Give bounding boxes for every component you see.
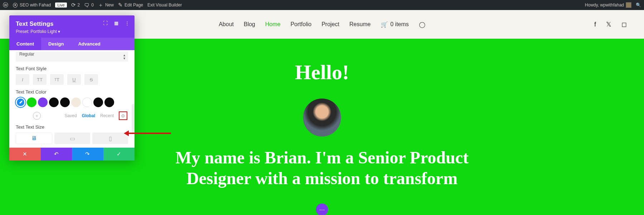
label-text-color: Text Text Color xyxy=(16,89,128,95)
strikethrough-button[interactable]: S xyxy=(84,74,98,85)
label-font-style: Text Font Style xyxy=(16,66,128,71)
instagram-icon[interactable]: ◻ xyxy=(621,20,627,28)
nav-resume[interactable]: Resume xyxy=(349,21,371,28)
nav-portfolio[interactable]: Portfolio xyxy=(291,21,312,28)
swatch-5[interactable] xyxy=(71,97,81,107)
nav-search-icon[interactable]: ◯ xyxy=(419,21,425,28)
tab-design[interactable]: Design xyxy=(41,38,71,50)
swatch-3[interactable] xyxy=(49,97,59,107)
main-nav: About Blog Home Portfolio Project Resume… xyxy=(219,21,425,28)
redo-icon: ↷ xyxy=(85,151,90,157)
annotation-arrow xyxy=(128,133,171,134)
edit-page-link[interactable]: ✎Edit Page xyxy=(118,2,143,8)
panel-footer: ✕ ↶ ↷ ✓ xyxy=(9,148,135,161)
panel-tabs: Content Design Advanced xyxy=(9,38,135,50)
font-weight-select[interactable]: Regular▴▾ xyxy=(16,52,128,62)
underline-button[interactable]: U xyxy=(67,74,81,85)
device-phone[interactable]: ▯ xyxy=(92,133,128,144)
avatar-icon xyxy=(626,2,631,8)
nav-blog[interactable]: Blog xyxy=(244,21,255,28)
palette-settings-button[interactable]: ⚙ xyxy=(119,111,127,120)
swatch-8[interactable] xyxy=(104,97,114,107)
hero-line2: Designer with a mission to transform xyxy=(0,168,644,189)
wp-admin-bar: ⓦ ⦿SEO with Fahad Live ⟳2 🗨0 ＋New ✎Edit … xyxy=(0,0,644,10)
facebook-icon[interactable]: f xyxy=(594,21,596,28)
cancel-button[interactable]: ✕ xyxy=(9,148,41,161)
search-icon[interactable]: 🔍 xyxy=(636,3,641,8)
uppercase-button[interactable]: TT xyxy=(33,74,47,85)
nav-cart[interactable]: 🛒0 items xyxy=(381,21,409,28)
italic-button[interactable]: I xyxy=(16,74,29,85)
color-swatches xyxy=(16,97,128,107)
x-icon[interactable]: 𝕏 xyxy=(606,20,611,28)
smallcaps-button[interactable]: TT xyxy=(50,74,64,85)
desktop-icon: 🖥 xyxy=(31,135,37,142)
nav-about[interactable]: About xyxy=(219,21,234,28)
tab-content[interactable]: Content xyxy=(9,38,41,50)
text-settings-panel: Text Settings Preset: Portfolio Light ▾ … xyxy=(9,15,135,161)
comments-link[interactable]: 🗨0 xyxy=(84,2,94,8)
redo-button[interactable]: ↷ xyxy=(72,148,103,161)
expand-icon[interactable]: ⛶ xyxy=(103,20,108,26)
site-name-link[interactable]: ⦿SEO with Fahad xyxy=(13,2,51,8)
undo-icon: ↶ xyxy=(54,151,59,157)
menu-icon[interactable]: ⋮ xyxy=(125,20,130,26)
check-icon: ✓ xyxy=(117,151,121,157)
nav-project[interactable]: Project xyxy=(322,21,340,28)
label-text-size: Text Text Size xyxy=(16,124,128,130)
eyedropper-icon xyxy=(18,100,23,105)
nav-home[interactable]: Home xyxy=(265,21,280,28)
swatch-4[interactable] xyxy=(60,97,70,107)
fab-button[interactable]: ⋯ xyxy=(316,204,328,215)
updates-link[interactable]: ⟳2 xyxy=(71,2,80,8)
swatch-2[interactable] xyxy=(38,97,48,107)
panel-preset[interactable]: Preset: Portfolio Light ▾ xyxy=(16,29,128,34)
grid-icon[interactable]: ▦ xyxy=(114,20,118,26)
palette-saved[interactable]: Saved xyxy=(65,113,77,118)
panel-header: Text Settings Preset: Portfolio Light ▾ … xyxy=(9,15,135,38)
phone-icon: ▯ xyxy=(109,135,112,142)
cart-icon: 🛒 xyxy=(381,21,388,28)
close-icon: ✕ xyxy=(23,151,27,157)
hero-avatar xyxy=(303,99,341,137)
save-button[interactable]: ✓ xyxy=(103,148,135,161)
panel-body: Regular▴▾ Text Font Style I TT TT U S Te… xyxy=(9,50,135,148)
tab-advanced[interactable]: Advanced xyxy=(71,38,107,50)
swatch-1[interactable] xyxy=(27,97,36,107)
gear-icon: ⚙ xyxy=(121,113,125,119)
palette-global[interactable]: Global xyxy=(82,113,95,118)
howdy-link[interactable]: Howdy, wpwithfahad xyxy=(585,2,631,8)
live-badge: Live xyxy=(55,3,67,8)
tablet-icon: ▭ xyxy=(70,135,75,142)
new-link[interactable]: ＋New xyxy=(98,2,114,9)
swatch-7[interactable] xyxy=(93,97,103,107)
chevron-updown-icon: ▴▾ xyxy=(123,53,125,60)
exit-visual-builder[interactable]: Exit Visual Builder xyxy=(147,3,182,8)
device-desktop[interactable]: 🖥 xyxy=(16,133,52,144)
add-color-button[interactable]: ＋ xyxy=(33,112,41,120)
undo-button[interactable]: ↶ xyxy=(41,148,72,161)
color-picker-button[interactable] xyxy=(16,97,25,107)
device-tablet[interactable]: ▭ xyxy=(54,133,90,144)
palette-recent[interactable]: Recent xyxy=(100,113,114,118)
scrollbar[interactable] xyxy=(132,104,135,133)
swatch-6[interactable] xyxy=(82,97,92,107)
wp-logo[interactable]: ⓦ xyxy=(3,2,8,9)
